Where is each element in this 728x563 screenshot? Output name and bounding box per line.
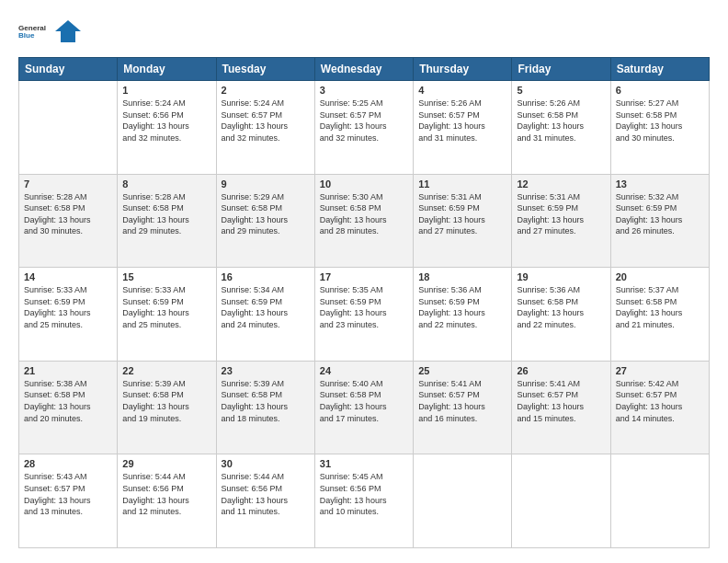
calendar-day-cell: [512, 454, 610, 548]
calendar-day-cell: 30Sunrise: 5:44 AMSunset: 6:56 PMDayligh…: [216, 454, 314, 548]
calendar-day-cell: 2Sunrise: 5:24 AMSunset: 6:57 PMDaylight…: [216, 81, 314, 175]
day-info: Sunrise: 5:38 AMSunset: 6:58 PMDaylight:…: [24, 378, 112, 424]
day-info: Sunrise: 5:40 AMSunset: 6:58 PMDaylight:…: [320, 378, 408, 424]
day-number: 6: [616, 85, 704, 96]
page: General Blue SundayMondayTuesdayWednesda…: [0, 0, 728, 563]
day-info: Sunrise: 5:24 AMSunset: 6:56 PMDaylight:…: [122, 98, 210, 144]
header: General Blue: [18, 15, 710, 48]
calendar-day-cell: [19, 81, 118, 175]
calendar-day-cell: 10Sunrise: 5:30 AMSunset: 6:58 PMDayligh…: [314, 174, 413, 268]
calendar-day-header: Saturday: [610, 58, 709, 81]
day-number: 30: [222, 458, 310, 469]
calendar-day-cell: 25Sunrise: 5:41 AMSunset: 6:57 PMDayligh…: [414, 361, 512, 454]
svg-text:General: General: [18, 24, 46, 32]
day-number: 29: [122, 458, 210, 469]
day-info: Sunrise: 5:41 AMSunset: 6:57 PMDaylight:…: [418, 378, 506, 424]
day-number: 3: [320, 85, 408, 96]
calendar-day-cell: 26Sunrise: 5:41 AMSunset: 6:57 PMDayligh…: [512, 361, 610, 454]
svg-marker-2: [55, 20, 81, 42]
calendar-day-cell: 17Sunrise: 5:35 AMSunset: 6:59 PMDayligh…: [314, 268, 413, 362]
day-info: Sunrise: 5:29 AMSunset: 6:58 PMDaylight:…: [222, 191, 310, 237]
day-info: Sunrise: 5:33 AMSunset: 6:59 PMDaylight:…: [24, 284, 112, 330]
day-info: Sunrise: 5:31 AMSunset: 6:59 PMDaylight:…: [517, 191, 605, 237]
day-number: 13: [616, 178, 704, 190]
day-number: 7: [24, 178, 112, 190]
day-number: 17: [320, 271, 408, 282]
calendar-week-row: 14Sunrise: 5:33 AMSunset: 6:59 PMDayligh…: [19, 268, 710, 362]
day-number: 25: [418, 365, 506, 376]
day-number: 24: [320, 365, 408, 376]
day-info: Sunrise: 5:34 AMSunset: 6:59 PMDaylight:…: [222, 284, 310, 330]
calendar-day-cell: 22Sunrise: 5:39 AMSunset: 6:58 PMDayligh…: [118, 361, 216, 454]
day-info: Sunrise: 5:28 AMSunset: 6:58 PMDaylight:…: [122, 191, 210, 237]
day-info: Sunrise: 5:36 AMSunset: 6:59 PMDaylight:…: [418, 284, 506, 330]
day-number: 12: [517, 178, 605, 190]
calendar-day-cell: 5Sunrise: 5:26 AMSunset: 6:58 PMDaylight…: [512, 81, 610, 175]
calendar-day-cell: 14Sunrise: 5:33 AMSunset: 6:59 PMDayligh…: [19, 268, 118, 362]
day-number: 11: [418, 178, 506, 190]
day-info: Sunrise: 5:26 AMSunset: 6:58 PMDaylight:…: [517, 98, 605, 144]
calendar-day-cell: [414, 454, 512, 548]
day-number: 18: [418, 271, 506, 282]
calendar-day-cell: 31Sunrise: 5:45 AMSunset: 6:56 PMDayligh…: [314, 454, 413, 548]
day-info: Sunrise: 5:30 AMSunset: 6:58 PMDaylight:…: [320, 191, 408, 237]
day-number: 10: [320, 178, 408, 190]
calendar-day-cell: 20Sunrise: 5:37 AMSunset: 6:58 PMDayligh…: [610, 268, 709, 362]
calendar-day-cell: 7Sunrise: 5:28 AMSunset: 6:58 PMDaylight…: [19, 174, 118, 268]
logo-svg: General Blue: [18, 15, 51, 48]
calendar-day-cell: 21Sunrise: 5:38 AMSunset: 6:58 PMDayligh…: [19, 361, 118, 454]
day-info: Sunrise: 5:39 AMSunset: 6:58 PMDaylight:…: [122, 378, 210, 424]
svg-text:Blue: Blue: [18, 31, 35, 40]
logo: General Blue: [18, 15, 81, 48]
day-number: 9: [222, 178, 310, 190]
calendar-day-cell: 3Sunrise: 5:25 AMSunset: 6:57 PMDaylight…: [314, 81, 413, 175]
day-number: 22: [122, 365, 210, 376]
day-number: 19: [517, 271, 605, 282]
calendar-day-cell: 24Sunrise: 5:40 AMSunset: 6:58 PMDayligh…: [314, 361, 413, 454]
calendar-day-header: Wednesday: [314, 58, 413, 81]
calendar-day-cell: 8Sunrise: 5:28 AMSunset: 6:58 PMDaylight…: [118, 174, 216, 268]
calendar-day-cell: 13Sunrise: 5:32 AMSunset: 6:59 PMDayligh…: [610, 174, 709, 268]
calendar-day-cell: 12Sunrise: 5:31 AMSunset: 6:59 PMDayligh…: [512, 174, 610, 268]
calendar-day-header: Sunday: [19, 58, 118, 81]
calendar-day-cell: 16Sunrise: 5:34 AMSunset: 6:59 PMDayligh…: [216, 268, 314, 362]
day-number: 2: [222, 85, 310, 96]
day-info: Sunrise: 5:25 AMSunset: 6:57 PMDaylight:…: [320, 98, 408, 144]
calendar-day-cell: 11Sunrise: 5:31 AMSunset: 6:59 PMDayligh…: [414, 174, 512, 268]
day-number: 8: [122, 178, 210, 190]
day-info: Sunrise: 5:26 AMSunset: 6:57 PMDaylight:…: [418, 98, 506, 144]
day-info: Sunrise: 5:33 AMSunset: 6:59 PMDaylight:…: [122, 284, 210, 330]
day-number: 5: [517, 85, 605, 96]
day-info: Sunrise: 5:27 AMSunset: 6:58 PMDaylight:…: [616, 98, 704, 144]
calendar-day-cell: 9Sunrise: 5:29 AMSunset: 6:58 PMDaylight…: [216, 174, 314, 268]
day-info: Sunrise: 5:45 AMSunset: 6:56 PMDaylight:…: [320, 471, 408, 517]
day-number: 23: [222, 365, 310, 376]
calendar-day-header: Friday: [512, 58, 610, 81]
day-number: 26: [517, 365, 605, 376]
calendar-day-cell: 18Sunrise: 5:36 AMSunset: 6:59 PMDayligh…: [414, 268, 512, 362]
calendar-day-cell: 29Sunrise: 5:44 AMSunset: 6:56 PMDayligh…: [118, 454, 216, 548]
calendar-day-header: Monday: [118, 58, 216, 81]
day-number: 27: [616, 365, 704, 376]
calendar-day-cell: 23Sunrise: 5:39 AMSunset: 6:58 PMDayligh…: [216, 361, 314, 454]
calendar-day-cell: 15Sunrise: 5:33 AMSunset: 6:59 PMDayligh…: [118, 268, 216, 362]
calendar-week-row: 1Sunrise: 5:24 AMSunset: 6:56 PMDaylight…: [19, 81, 710, 175]
calendar-day-cell: [610, 454, 709, 548]
day-info: Sunrise: 5:37 AMSunset: 6:58 PMDaylight:…: [616, 284, 704, 330]
calendar-day-cell: 6Sunrise: 5:27 AMSunset: 6:58 PMDaylight…: [610, 81, 709, 175]
day-info: Sunrise: 5:32 AMSunset: 6:59 PMDaylight:…: [616, 191, 704, 237]
calendar-week-row: 28Sunrise: 5:43 AMSunset: 6:57 PMDayligh…: [19, 454, 710, 548]
day-info: Sunrise: 5:39 AMSunset: 6:58 PMDaylight:…: [222, 378, 310, 424]
day-info: Sunrise: 5:41 AMSunset: 6:57 PMDaylight:…: [517, 378, 605, 424]
calendar-day-cell: 4Sunrise: 5:26 AMSunset: 6:57 PMDaylight…: [414, 81, 512, 175]
day-number: 20: [616, 271, 704, 282]
calendar-day-header: Thursday: [414, 58, 512, 81]
day-info: Sunrise: 5:42 AMSunset: 6:57 PMDaylight:…: [616, 378, 704, 424]
day-info: Sunrise: 5:43 AMSunset: 6:57 PMDaylight:…: [24, 471, 112, 517]
day-info: Sunrise: 5:28 AMSunset: 6:58 PMDaylight:…: [24, 191, 112, 237]
calendar-header-row: SundayMondayTuesdayWednesdayThursdayFrid…: [19, 58, 710, 81]
day-number: 15: [122, 271, 210, 282]
day-info: Sunrise: 5:31 AMSunset: 6:59 PMDaylight:…: [418, 191, 506, 237]
calendar-day-cell: 19Sunrise: 5:36 AMSunset: 6:58 PMDayligh…: [512, 268, 610, 362]
day-info: Sunrise: 5:44 AMSunset: 6:56 PMDaylight:…: [122, 471, 210, 517]
